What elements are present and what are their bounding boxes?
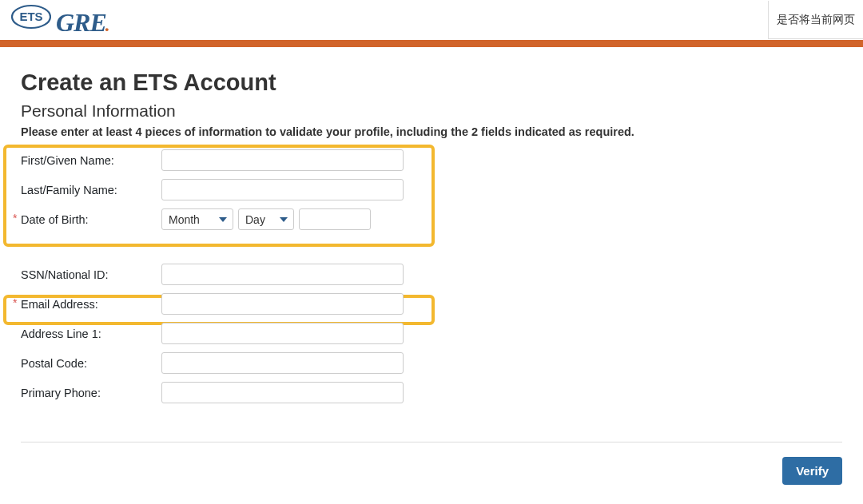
first-name-input[interactable] [161,149,404,171]
postal-label: Postal Code: [21,357,161,370]
ssn-label: SSN/National ID: [21,268,161,281]
last-name-input[interactable] [161,179,404,200]
email-label: Email Address: [21,298,161,311]
content-area: Create an ETS Account Personal Informati… [0,47,863,442]
first-name-label: First/Given Name: [21,154,161,167]
instructions-text: Please enter at least 4 pieces of inform… [21,125,842,138]
field-row-first-name: First/Given Name: [21,149,842,171]
logo-wrap: ETS GRE. [11,4,109,36]
address1-input[interactable] [161,323,404,344]
ets-logo-icon: ETS [11,4,51,30]
month-select[interactable]: Month [161,208,233,230]
field-row-postal: Postal Code: [21,352,842,374]
field-row-phone: Primary Phone: [21,382,842,403]
day-select-wrap: Day [238,208,294,230]
gre-brand-text: GRE. [56,8,109,38]
field-row-dob: * Date of Birth: Month Day [21,208,842,230]
button-row: Verify [0,442,863,485]
field-row-email: * Email Address: [21,293,842,315]
field-row-address1: Address Line 1: [21,323,842,344]
form-area: First/Given Name: Last/Family Name: * Da… [21,149,842,403]
page-title: Create an ETS Account [21,69,842,96]
month-select-wrap: Month [161,208,233,230]
field-row-last-name: Last/Family Name: [21,179,842,200]
required-star-icon: * [13,296,17,309]
day-select[interactable]: Day [238,208,294,230]
year-input[interactable] [299,208,371,230]
orange-divider-bar [0,40,863,47]
phone-input[interactable] [161,382,404,403]
verify-button[interactable]: Verify [782,457,842,485]
postal-input[interactable] [161,352,404,374]
dob-group: Month Day [161,208,371,230]
translate-tab[interactable]: 是否将当前网页 [768,1,863,39]
page-subtitle: Personal Information [21,101,842,121]
ssn-input[interactable] [161,264,404,285]
address1-label: Address Line 1: [21,327,161,340]
last-name-label: Last/Family Name: [21,184,161,196]
required-star-icon: * [13,212,17,224]
dob-label: Date of Birth: [21,213,161,226]
svg-text:ETS: ETS [19,10,42,23]
page-header: ETS GRE. 是否将当前网页 [0,0,863,40]
phone-label: Primary Phone: [21,387,161,399]
field-row-ssn: SSN/National ID: [21,264,842,285]
email-input[interactable] [161,293,404,315]
